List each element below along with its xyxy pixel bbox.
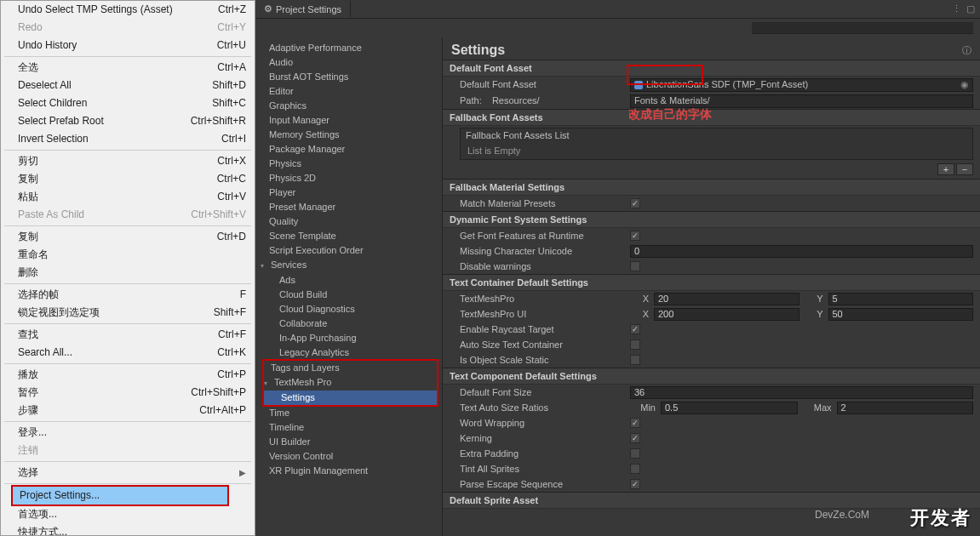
maximize-icon[interactable]: ▢ [966, 3, 975, 14]
tree-time[interactable]: Time [255, 406, 442, 420]
tree-collab[interactable]: Collaborate [255, 316, 442, 331]
tree-timeline[interactable]: Timeline [255, 420, 442, 435]
menu-copy[interactable]: 复制Ctrl+C [1, 170, 255, 188]
watermark-url: DevZe.CoM [815, 509, 869, 521]
menu-step[interactable]: 步骤Ctrl+Alt+P [1, 402, 255, 419]
tree-audio[interactable]: Audio [255, 55, 442, 70]
tmp-x-input[interactable] [654, 293, 799, 305]
menu-select-all[interactable]: 全选Ctrl+A [1, 59, 255, 77]
menu-preferences[interactable]: 首选项... [1, 505, 255, 523]
menu-duplicate[interactable]: 复制Ctrl+D [1, 228, 255, 246]
tree-memory[interactable]: Memory Settings [255, 128, 442, 142]
enable-raycast-label: Enable Raycast Target [460, 323, 630, 336]
extra-padding-label: Extra Padding [460, 448, 630, 460]
path-field[interactable]: Fonts & Materials/ [630, 94, 973, 108]
tree-ui-builder[interactable]: UI Builder [255, 435, 442, 449]
tree-package-manager[interactable]: Package Manager [255, 142, 442, 157]
menu-sign-out[interactable]: 注销 [1, 442, 255, 459]
word-wrap-checkbox[interactable]: ✓ [630, 418, 640, 428]
list-remove-button[interactable]: − [956, 163, 973, 175]
tmpui-x-input[interactable] [654, 308, 799, 321]
tab-label: Project Settings [276, 4, 341, 14]
menu-search-all[interactable]: Search All...Ctrl+K [1, 344, 255, 362]
tree-ads[interactable]: Ads [255, 273, 442, 288]
get-font-features-checkbox[interactable]: ✓ [630, 231, 640, 241]
parse-escape-checkbox[interactable]: ✓ [630, 479, 640, 489]
menu-undo-history[interactable]: Undo HistoryCtrl+U [1, 37, 255, 54]
menu-deselect-all[interactable]: Deselect AllShift+D [1, 77, 255, 94]
tree-physics2d[interactable]: Physics 2D [255, 171, 442, 185]
tree-textmesh-pro[interactable]: TextMesh Pro [264, 375, 437, 391]
separator [4, 363, 251, 364]
tmpui-y-input[interactable] [828, 308, 974, 321]
tree-tmp-settings[interactable]: Settings [264, 391, 437, 405]
object-picker-icon[interactable]: ◉ [960, 78, 969, 91]
tree-editor[interactable]: Editor [255, 84, 442, 99]
menu-group-7: 播放Ctrl+P 暂停Ctrl+Shift+P 步骤Ctrl+Alt+P [1, 366, 255, 419]
menu-select-children[interactable]: Select ChildrenShift+C [1, 94, 255, 112]
min-ratio-input[interactable] [661, 402, 798, 414]
menu-lock-view[interactable]: 锁定视图到选定项Shift+F [1, 304, 255, 322]
tree-preset-manager[interactable]: Preset Manager [255, 200, 442, 214]
extra-padding-checkbox[interactable] [630, 448, 640, 459]
section-fallback-fonts: Fallback Font Assets [443, 109, 980, 126]
menu-frame-selected[interactable]: 选择的帧F [1, 286, 255, 304]
menu-selection[interactable]: 选择▶ [1, 464, 255, 482]
menu-redo[interactable]: RedoCtrl+Y [1, 19, 255, 37]
tree-scene-template[interactable]: Scene Template [255, 229, 442, 243]
menu-play[interactable]: 播放Ctrl+P [1, 366, 255, 384]
enable-raycast-checkbox[interactable]: ✓ [630, 324, 640, 334]
tmp-label: TextMeshPro [460, 293, 630, 305]
tree-adaptive-performance[interactable]: Adaptive Performance [255, 41, 442, 55]
tree-quality[interactable]: Quality [255, 214, 442, 229]
tree-xr[interactable]: XR Plugin Management [255, 464, 442, 478]
default-font-size-input[interactable] [630, 386, 973, 399]
tree-tags-layers[interactable]: Tags and Layers [264, 361, 437, 375]
gear-icon: ⚙ [264, 3, 272, 14]
menu-project-settings[interactable]: Project Settings... [13, 487, 227, 505]
tree-cloud-diag[interactable]: Cloud Diagnostics [255, 302, 442, 316]
tree-physics[interactable]: Physics [255, 157, 442, 171]
tint-sprites-checkbox[interactable] [630, 464, 640, 474]
menu-pause[interactable]: 暂停Ctrl+Shift+P [1, 384, 255, 402]
disable-warnings-checkbox[interactable] [630, 261, 640, 271]
search-input[interactable] [752, 22, 973, 34]
list-empty-text: List is Empty [461, 142, 972, 159]
tree-burst[interactable]: Burst AOT Settings [255, 70, 442, 84]
separator [4, 225, 251, 226]
menu-select-prefab-root[interactable]: Select Prefab RootCtrl+Shift+R [1, 112, 255, 130]
missing-char-input[interactable] [630, 245, 973, 258]
menu-delete[interactable]: 删除 [1, 264, 255, 282]
tree-legacy-analytics[interactable]: Legacy Analytics [255, 345, 442, 360]
separator [4, 483, 251, 484]
tree-graphics[interactable]: Graphics [255, 99, 442, 113]
separator [4, 150, 251, 151]
menu-cut[interactable]: 剪切Ctrl+X [1, 152, 255, 170]
menu-shortcuts[interactable]: 快捷方式... [1, 523, 255, 536]
help-icon[interactable]: ⓘ [962, 44, 971, 57]
menu-paste-as-child[interactable]: Paste As ChildCtrl+Shift+V [1, 206, 255, 224]
is-object-scale-checkbox[interactable] [630, 355, 640, 365]
menu-paste[interactable]: 粘贴Ctrl+V [1, 188, 255, 206]
max-ratio-input[interactable] [837, 402, 974, 414]
tab-project-settings[interactable]: ⚙ Project Settings [255, 1, 351, 17]
tree-iap[interactable]: In-App Purchasing [255, 331, 442, 345]
tree-script-exec[interactable]: Script Execution Order [255, 243, 442, 258]
menu-invert-selection[interactable]: Invert SelectionCtrl+I [1, 130, 255, 148]
menu-group-3: 剪切Ctrl+X 复制Ctrl+C 粘贴Ctrl+V Paste As Chil… [1, 152, 255, 224]
tree-services[interactable]: Services [255, 258, 442, 273]
tab-menu-icon[interactable]: ⋮ [952, 3, 961, 14]
tree-cloud-build[interactable]: Cloud Build [255, 288, 442, 302]
kerning-checkbox[interactable]: ✓ [630, 433, 640, 443]
match-material-checkbox[interactable]: ✓ [630, 198, 640, 208]
list-add-button[interactable]: + [937, 163, 954, 175]
auto-size-container-checkbox[interactable] [630, 339, 640, 350]
menu-rename[interactable]: 重命名 [1, 246, 255, 264]
tree-version-control[interactable]: Version Control [255, 449, 442, 464]
menu-undo[interactable]: Undo Select TMP Settings (Asset)Ctrl+Z [1, 1, 255, 19]
tree-player[interactable]: Player [255, 185, 442, 200]
tree-input-manager[interactable]: Input Manager [255, 113, 442, 128]
tmp-y-input[interactable] [828, 293, 974, 305]
menu-find[interactable]: 查找Ctrl+F [1, 326, 255, 344]
menu-sign-in[interactable]: 登录... [1, 424, 255, 442]
